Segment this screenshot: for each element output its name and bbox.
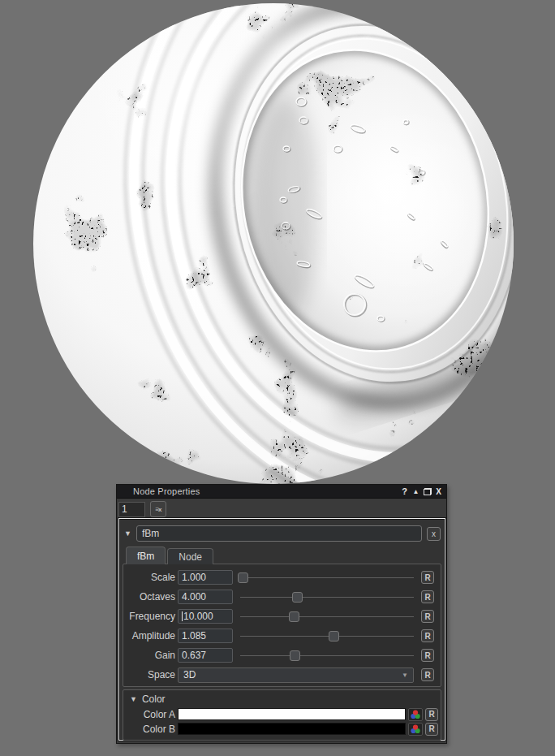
- panel-title: Node Properties: [133, 486, 399, 496]
- node-properties-panel: Node Properties ? ▲ X ≡x ▼ fBm x fBm Nod…: [116, 484, 447, 744]
- slider-handle[interactable]: [329, 631, 339, 642]
- param-row-frequency: Frequency 10.000 R: [123, 607, 438, 626]
- param-value: 4.000: [182, 591, 206, 603]
- octaves-value-field[interactable]: 4.000: [178, 590, 233, 604]
- reset-button[interactable]: R: [421, 610, 434, 623]
- param-row-space: Space 3D ▼ R: [123, 665, 438, 685]
- frequency-value-field[interactable]: 10.000: [178, 609, 233, 624]
- param-row-scale: Scale 1.000 R: [123, 568, 438, 587]
- param-label: Space: [123, 669, 175, 680]
- close-icon[interactable]: X: [433, 486, 444, 497]
- slider-track: [240, 577, 414, 578]
- color-picker-icon[interactable]: [408, 708, 423, 721]
- color-a-swatch[interactable]: [178, 708, 406, 720]
- node-index-row: ≡x: [117, 499, 446, 517]
- chevron-down-icon[interactable]: ▼: [130, 695, 137, 703]
- reset-button[interactable]: R: [425, 723, 438, 736]
- slider-track: [240, 636, 414, 637]
- tab-fbm[interactable]: fBm: [126, 546, 166, 564]
- slider-handle[interactable]: [290, 650, 300, 661]
- reset-button[interactable]: R: [421, 668, 434, 681]
- param-row-octaves: Octaves 4.000 R: [123, 587, 438, 607]
- param-value: 1.085: [182, 630, 206, 642]
- amplitude-slider[interactable]: [240, 629, 414, 643]
- color-group: ▼ Color Color A R Color B: [123, 689, 441, 741]
- selected-node-subpanel: ▼ fBm x fBm Node Scale 1.000 R: [118, 518, 445, 741]
- scale-value-field[interactable]: 1.000: [178, 570, 233, 585]
- text-caret: [182, 611, 183, 621]
- space-dropdown[interactable]: 3D ▼: [178, 667, 414, 683]
- color-picker-icon[interactable]: [408, 723, 423, 736]
- param-row-amplitude: Amplitude 1.085 R: [123, 626, 438, 646]
- slider-handle[interactable]: [292, 592, 303, 603]
- restore-icon[interactable]: [422, 486, 432, 497]
- slider-track: [240, 616, 414, 617]
- node-header: ▼ fBm x: [124, 525, 441, 542]
- param-value: 0.637: [182, 650, 206, 661]
- help-icon[interactable]: ?: [399, 486, 410, 497]
- param-label: Gain: [123, 650, 175, 661]
- remove-node-button[interactable]: x: [427, 527, 441, 541]
- chevron-down-icon[interactable]: ▼: [124, 529, 131, 538]
- sphere-vignette: [33, 3, 514, 484]
- param-label: Octaves: [123, 591, 175, 603]
- reset-button[interactable]: R: [425, 708, 438, 721]
- dropdown-value: 3D: [183, 669, 196, 680]
- slider-handle[interactable]: [289, 611, 299, 622]
- node-index-input[interactable]: [118, 502, 145, 517]
- param-label: Amplitude: [123, 630, 175, 642]
- collapse-icon[interactable]: ▲: [411, 486, 421, 497]
- parameters-group: Scale 1.000 R Octaves 4.000: [123, 564, 441, 687]
- titlebar-icons: ? ▲ X: [399, 486, 444, 497]
- color-row-a: Color A R: [123, 707, 438, 721]
- reset-button[interactable]: R: [421, 649, 434, 662]
- node-tabs: fBm Node: [126, 546, 445, 564]
- panel-titlebar[interactable]: Node Properties ? ▲ X: [117, 485, 446, 499]
- color-group-header: ▼ Color: [130, 693, 438, 705]
- reset-button[interactable]: R: [421, 590, 434, 603]
- amplitude-value-field[interactable]: 1.085: [178, 629, 233, 643]
- node-title-bar[interactable]: fBm: [136, 525, 422, 542]
- reset-button[interactable]: R: [421, 629, 434, 642]
- tab-node[interactable]: Node: [167, 548, 213, 564]
- octaves-slider[interactable]: [240, 590, 414, 604]
- frequency-slider[interactable]: [240, 610, 414, 624]
- color-group-title: Color: [142, 693, 166, 705]
- reset-button[interactable]: R: [421, 571, 434, 584]
- color-row-b: Color B R: [123, 722, 438, 736]
- param-label: Scale: [123, 572, 175, 583]
- chevron-down-icon: ▼: [402, 672, 408, 679]
- slider-track: [240, 597, 414, 598]
- gain-value-field[interactable]: 0.637: [178, 648, 233, 663]
- param-label: Frequency: [123, 611, 175, 622]
- gain-slider[interactable]: [240, 649, 414, 663]
- expression-button[interactable]: ≡x: [150, 501, 166, 517]
- param-row-gain: Gain 0.637 R: [123, 646, 438, 665]
- slider-track: [240, 655, 414, 656]
- color-b-swatch[interactable]: [178, 723, 406, 735]
- scale-slider[interactable]: [240, 571, 414, 585]
- param-value: 10.000: [183, 611, 213, 622]
- param-label: Color B: [123, 724, 175, 735]
- param-label: Color A: [123, 709, 175, 720]
- param-value: 1.000: [182, 572, 206, 583]
- slider-handle[interactable]: [238, 572, 248, 583]
